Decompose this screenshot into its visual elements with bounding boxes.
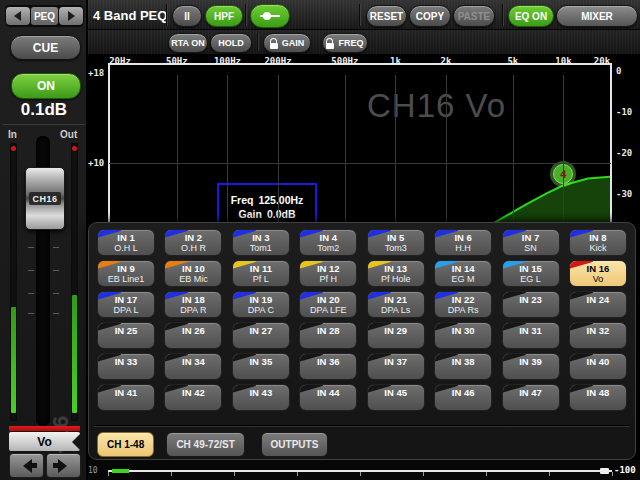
channel-button-in29[interactable]: IN 29 [367, 322, 425, 349]
channel-button-in42[interactable]: IN 42 [164, 384, 222, 411]
gain-tick-label: +10 [88, 158, 104, 168]
channel-button-in44[interactable]: IN 44 [299, 384, 357, 411]
channel-label: EG L [520, 274, 541, 284]
channel-button-in6[interactable]: IN 6H.H [434, 229, 492, 256]
channel-button-in4[interactable]: IN 4Tom2 [299, 229, 357, 256]
meter-fill [11, 307, 16, 413]
fader-tick [28, 247, 34, 248]
channel-button-in16[interactable]: IN 16Vo [569, 260, 627, 287]
rta-tick-label: -20 [616, 148, 632, 158]
channel-button-in11[interactable]: IN 11Pf L [232, 260, 290, 287]
channel-button-in48[interactable]: IN 48 [569, 384, 627, 411]
right-arrow-icon [53, 459, 74, 473]
channel-button-in23[interactable]: IN 23 [502, 291, 560, 318]
tab-outputs[interactable]: OUTPUTS [261, 432, 329, 457]
channel-button-in7[interactable]: IN 7SN [502, 229, 560, 256]
channel-id: IN 44 [317, 387, 340, 398]
in-meter-label: In [8, 129, 17, 140]
channel-id: IN 43 [249, 387, 272, 398]
meter-green-segment [112, 469, 129, 473]
channel-button-in30[interactable]: IN 30 [434, 322, 492, 349]
channel-button-in9[interactable]: IN 9EB Line1 [97, 260, 155, 287]
channel-button-in27[interactable]: IN 27 [232, 322, 290, 349]
channel-button-in21[interactable]: IN 21DPA Ls [367, 291, 425, 318]
hpf-button[interactable]: HPF [205, 5, 243, 27]
rta-on-button[interactable]: RTA ON [168, 33, 208, 53]
channel-button-in5[interactable]: IN 5Tom3 [367, 229, 425, 256]
channel-button-in26[interactable]: IN 26 [164, 322, 222, 349]
tab-ch-1-48[interactable]: CH 1-48 [97, 432, 154, 457]
channel-id: IN 6 [454, 232, 471, 243]
channel-button-in10[interactable]: IN 10EB Mic [164, 260, 222, 287]
prev-channel-button[interactable] [9, 453, 44, 478]
channel-button-in45[interactable]: IN 45 [367, 384, 425, 411]
peak-indicator [72, 146, 77, 151]
channel-id: IN 33 [115, 356, 138, 367]
channel-button-in1[interactable]: IN 1O.H L [97, 229, 155, 256]
freq-value: 125.00Hz [258, 194, 303, 206]
gain-tick-label: +18 [88, 68, 104, 78]
channel-button-in35[interactable]: IN 35 [232, 353, 290, 380]
mixer-button[interactable]: MIXER [556, 5, 638, 27]
channel-button-in18[interactable]: IN 18DPA R [164, 291, 222, 318]
channel-button-in22[interactable]: IN 22DPA Rs [434, 291, 492, 318]
peq-prev-button[interactable] [6, 7, 30, 25]
reset-button[interactable]: RESET [366, 5, 407, 27]
channel-label: DPA R [180, 305, 206, 315]
channel-button-in36[interactable]: IN 36 [299, 353, 357, 380]
channel-button-in38[interactable]: IN 38 [434, 353, 492, 380]
next-channel-button[interactable] [46, 453, 81, 478]
channel-button-in32[interactable]: IN 32 [569, 322, 627, 349]
channel-button-in14[interactable]: IN 14EG M [434, 260, 492, 287]
channel-button-in3[interactable]: IN 3Tom1 [232, 229, 290, 256]
channel-button-in34[interactable]: IN 34 [164, 353, 222, 380]
fader-tick [53, 247, 59, 248]
channel-button-in28[interactable]: IN 28 [299, 322, 357, 349]
gain-lock-button[interactable]: GAIN [263, 33, 311, 53]
eq-on-button[interactable]: EQ ON [508, 5, 554, 27]
channel-button-in37[interactable]: IN 37 [367, 353, 425, 380]
channel-label: DPA Ls [381, 305, 410, 315]
channel-button-in12[interactable]: IN 12Pf H [299, 260, 357, 287]
channel-button-in40[interactable]: IN 40 [569, 353, 627, 380]
channel-button-in25[interactable]: IN 25 [97, 322, 155, 349]
channel-button-in15[interactable]: IN 15EG L [502, 260, 560, 287]
channel-label: DPA Rs [448, 305, 479, 315]
channel-button-in41[interactable]: IN 41 [97, 384, 155, 411]
tab-ch-49-72-st[interactable]: CH 49-72/ST [166, 432, 244, 457]
copy-button[interactable]: COPY [409, 5, 451, 27]
eq-type-button[interactable]: II [172, 5, 202, 27]
channel-button-in46[interactable]: IN 46 [434, 384, 492, 411]
cue-button[interactable]: CUE [10, 35, 81, 60]
freq-lock-button[interactable]: FREQ [322, 33, 368, 53]
channel-button-in13[interactable]: IN 13Pf Hole [367, 260, 425, 287]
fader-knob-label: CH16 [29, 192, 61, 205]
channel-button-in31[interactable]: IN 31 [502, 322, 560, 349]
fader-knob[interactable]: CH16 [25, 167, 65, 230]
meter-knob[interactable] [600, 468, 609, 474]
channel-button-in24[interactable]: IN 24 [569, 291, 627, 318]
channel-button-in47[interactable]: IN 47 [502, 384, 560, 411]
channel-name-plate[interactable]: Vo [9, 432, 80, 451]
one-knob-eq-button[interactable] [250, 4, 290, 28]
channel-button-in19[interactable]: IN 19DPA C [232, 291, 290, 318]
channel-button-in39[interactable]: IN 39 [502, 353, 560, 380]
channel-button-in33[interactable]: IN 33 [97, 353, 155, 380]
channel-id: IN 22 [452, 294, 475, 305]
channel-id: IN 39 [519, 356, 542, 367]
channel-id: IN 24 [587, 294, 610, 305]
channel-button-in2[interactable]: IN 2O.H R [164, 229, 222, 256]
freq-tick-label: 20Hz [109, 56, 131, 66]
paste-button[interactable]: PASTE [453, 5, 495, 27]
meter-scale-tick [171, 472, 172, 476]
channel-button-in20[interactable]: IN 20DPA LFE [299, 291, 357, 318]
channel-button-in17[interactable]: IN 17DPA L [97, 291, 155, 318]
hold-button[interactable]: HOLD [210, 33, 252, 53]
channel-on-button[interactable]: ON [11, 73, 81, 99]
channel-button-in43[interactable]: IN 43 [232, 384, 290, 411]
peq-next-button[interactable] [59, 7, 83, 25]
left-arrow-icon [9, 11, 21, 21]
meter-scale-right-label: -100 [614, 465, 636, 475]
channel-button-in8[interactable]: IN 8Kick [569, 229, 627, 256]
gain-lock-label: GAIN [282, 38, 305, 48]
